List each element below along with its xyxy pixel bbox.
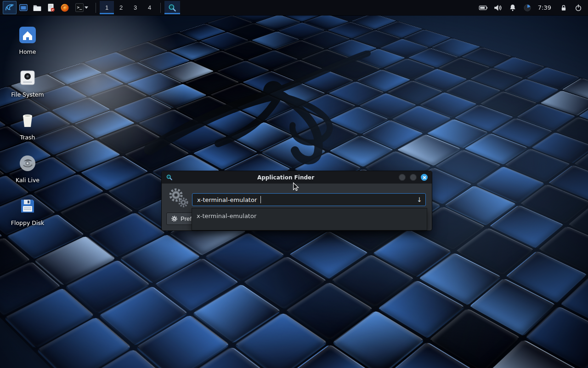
workspace-1[interactable]: 1	[100, 1, 114, 14]
terminal-launcher[interactable]: >_	[72, 1, 92, 14]
workspace-3[interactable]: 3	[128, 1, 142, 14]
application-finder-window: Application Finder x-terminal-emulator ↓…	[162, 171, 432, 230]
disc-icon	[17, 153, 38, 173]
desktop-icon-label: Kali Live	[16, 177, 40, 184]
text-caret	[260, 196, 261, 203]
desktop-icon-label: Home	[19, 48, 36, 55]
home-icon	[17, 25, 38, 45]
speaker-icon	[493, 3, 503, 13]
taskbar-application-finder[interactable]	[164, 1, 180, 14]
close-button[interactable]	[421, 174, 428, 181]
status-tray-icon[interactable]	[520, 1, 534, 14]
search-combo: x-terminal-emulator ↓	[192, 193, 426, 206]
workspace-2[interactable]: 2	[114, 1, 128, 14]
desktop-icon-trash[interactable]: Trash	[5, 110, 51, 141]
power-icon	[574, 3, 583, 12]
trash-icon	[17, 110, 38, 131]
window-controls	[399, 174, 428, 181]
notifications-indicator[interactable]	[506, 1, 520, 14]
minimize-button[interactable]	[399, 174, 406, 181]
desktop-icon-kali-live[interactable]: Kali Live	[5, 153, 51, 184]
desktop-icon-home[interactable]: Home	[5, 25, 51, 55]
mouse-cursor	[291, 182, 301, 192]
desktop-icon-label: File System	[11, 91, 44, 98]
desktop-icon-label: Floppy Disk	[11, 219, 44, 226]
folder-icon	[32, 3, 42, 13]
kali-menu-button[interactable]	[3, 1, 17, 14]
top-panel: >_ 1 2 3 4	[0, 0, 588, 15]
battery-icon	[478, 3, 488, 13]
clock[interactable]: 7:39	[535, 4, 556, 11]
terminal-icon: >_	[75, 3, 84, 12]
panel-separator	[96, 3, 96, 13]
document-icon	[46, 3, 56, 13]
firefox-icon	[60, 3, 70, 13]
text-editor-launcher[interactable]	[44, 1, 58, 14]
battery-indicator[interactable]	[476, 1, 490, 14]
maximize-button[interactable]	[410, 174, 417, 181]
logout-button[interactable]	[571, 1, 585, 14]
volume-control[interactable]	[491, 1, 505, 14]
application-finder-icon	[166, 174, 173, 181]
desktop-icon-label: Trash	[20, 134, 35, 141]
desktop-icon-column: Home File System Trash Kali Live	[5, 25, 51, 226]
window-icon	[18, 3, 28, 13]
window-launcher[interactable]	[17, 1, 30, 14]
firefox-launcher[interactable]	[58, 1, 72, 14]
kali-logo-icon	[5, 3, 15, 13]
file-manager-launcher[interactable]	[30, 1, 44, 14]
panel-status-area: 7:39	[476, 1, 585, 14]
kali-dragon-wallpaper	[124, 51, 390, 179]
panel-separator	[160, 3, 161, 13]
completion-dropdown: x-terminal-emulator	[192, 208, 427, 230]
drive-icon	[17, 68, 38, 88]
desktop-icon-floppy-disk[interactable]: Floppy Disk	[5, 196, 51, 226]
gear-icon	[171, 215, 178, 222]
dropdown-item[interactable]: x-terminal-emulator	[194, 211, 425, 221]
dropdown-arrow-icon[interactable]: ↓	[417, 196, 422, 203]
window-title: Application Finder	[175, 174, 396, 181]
lock-screen-button[interactable]	[557, 1, 571, 14]
floppy-icon	[17, 196, 38, 216]
magnifier-icon	[168, 3, 177, 12]
preferences-gears-icon	[168, 187, 189, 208]
desktop-icon-file-system[interactable]: File System	[5, 68, 51, 98]
chevron-down-icon	[85, 6, 88, 9]
disk-status-icon	[523, 3, 532, 12]
lock-icon	[559, 3, 568, 12]
bell-icon	[508, 3, 517, 12]
search-input[interactable]: x-terminal-emulator	[197, 196, 257, 203]
workspace-4[interactable]: 4	[142, 1, 157, 14]
